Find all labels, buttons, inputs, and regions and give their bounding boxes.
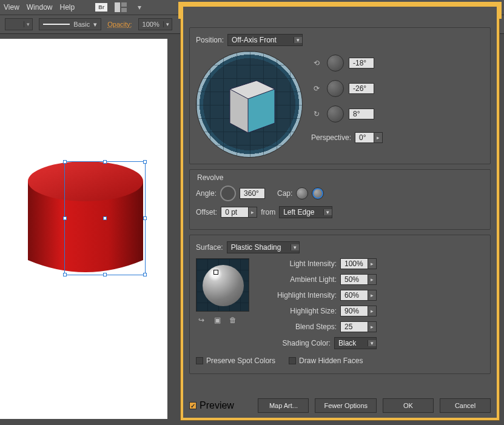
- handle-icon[interactable]: [143, 160, 147, 164]
- svg-rect-1: [121, 2, 127, 7]
- stepper-icon[interactable]: ▸: [374, 132, 383, 143]
- revolve-angle-field[interactable]: 360°: [240, 188, 265, 199]
- cube-icon: [223, 75, 281, 138]
- position-preset-dropdown[interactable]: Off-Axis Front ▾: [227, 34, 303, 46]
- position-preset-value: Off-Axis Front: [228, 36, 294, 44]
- opacity-field[interactable]: 100% ▾: [138, 18, 172, 30]
- shading-color-dropdown[interactable]: Black▾: [334, 337, 377, 349]
- cancel-button[interactable]: Cancel: [440, 398, 491, 413]
- offset-from-dropdown[interactable]: Left Edge▾: [279, 206, 332, 218]
- opacity-label[interactable]: Opacity:: [107, 21, 132, 28]
- rotate-x-icon: ⟲: [311, 58, 322, 69]
- light-preview[interactable]: [196, 258, 249, 312]
- handle-icon[interactable]: [143, 216, 147, 220]
- move-light-back-icon[interactable]: ↪: [196, 315, 207, 325]
- opacity-value: 100%: [139, 21, 163, 28]
- stroke-weight-dropdown[interactable]: ▾: [5, 18, 33, 30]
- handle-icon[interactable]: [63, 273, 67, 276]
- selection-bounding-box[interactable]: [64, 161, 146, 275]
- rotate-z-field[interactable]: 8°: [349, 109, 374, 119]
- rotate-x-field[interactable]: -18°: [349, 58, 374, 69]
- revolve-angle-knob[interactable]: [220, 186, 236, 201]
- preserve-spot-checkbox[interactable]: Preserve Spot Colors: [196, 356, 275, 365]
- dialog-button-row: ✓Preview Map Art... Fewer Options OK Can…: [183, 395, 497, 418]
- surface-label: Surface:: [196, 243, 223, 252]
- menu-window[interactable]: Window: [27, 3, 53, 12]
- arrange-documents-icon[interactable]: [115, 2, 127, 12]
- cap-on-button[interactable]: [296, 187, 308, 199]
- surface-group: Surface: Plastic Shading▾ ↪ ▣: [189, 235, 491, 374]
- revolve-title: Revolve: [197, 173, 484, 182]
- cap-off-button[interactable]: [312, 187, 324, 199]
- handle-icon[interactable]: [63, 216, 67, 220]
- light-intensity-label: Light Intensity:: [264, 259, 337, 268]
- stepper-icon[interactable]: ▸: [249, 207, 257, 218]
- handle-icon[interactable]: [103, 216, 107, 220]
- svg-rect-2: [121, 8, 127, 12]
- blend-steps-field[interactable]: 25▸: [340, 321, 377, 332]
- new-light-icon[interactable]: ▣: [212, 315, 223, 325]
- highlight-intensity-label: Highlight Intensity:: [264, 291, 337, 300]
- cap-label: Cap:: [277, 189, 292, 198]
- rotate-y-icon: ⟳: [311, 83, 322, 94]
- position-group: Position: Off-Axis Front ▾: [189, 27, 491, 164]
- revolve-group: Revolve Angle: 360° Cap: Offset: 0 pt ▸: [189, 169, 491, 230]
- highlight-size-field[interactable]: 90%▸: [340, 306, 377, 316]
- ambient-light-label: Ambient Light:: [264, 275, 337, 284]
- menu-view[interactable]: View: [4, 3, 19, 12]
- light-handle-icon[interactable]: [213, 270, 218, 275]
- preview-checkbox[interactable]: ✓Preview: [189, 400, 234, 411]
- offset-label: Offset:: [196, 208, 217, 216]
- ok-button[interactable]: OK: [383, 398, 434, 413]
- highlight-intensity-field[interactable]: 60%▸: [340, 290, 377, 301]
- menu-help[interactable]: Help: [59, 3, 75, 12]
- sphere-icon: [203, 265, 244, 306]
- stroke-line-icon: [43, 24, 70, 25]
- rotate-z-knob[interactable]: [327, 105, 344, 122]
- rotate-y-knob[interactable]: [327, 80, 344, 97]
- shading-color-label: Shading Color:: [258, 339, 331, 347]
- surface-preset-dropdown[interactable]: Plastic Shading▾: [227, 241, 300, 253]
- angle-label: Angle:: [196, 189, 217, 198]
- position-label: Position:: [196, 36, 224, 44]
- handle-icon[interactable]: [103, 160, 107, 164]
- highlight-size-label: Highlight Size:: [264, 307, 337, 315]
- stroke-profile-label: Basic: [73, 21, 90, 28]
- canvas[interactable]: [0, 39, 167, 419]
- rotate-x-knob[interactable]: [327, 55, 344, 72]
- offset-field[interactable]: 0 pt ▸: [221, 207, 257, 218]
- ambient-light-field[interactable]: 50%▸: [340, 274, 377, 285]
- fewer-options-button[interactable]: Fewer Options: [315, 398, 377, 413]
- map-art-button[interactable]: Map Art...: [258, 398, 309, 413]
- rotate-z-icon: ↻: [311, 109, 322, 119]
- 3d-revolve-dialog: 3D Revolve Options Position: Off-Axis Fr…: [180, 4, 500, 421]
- delete-light-icon[interactable]: 🗑: [227, 315, 238, 325]
- rotate-y-field[interactable]: -26°: [349, 83, 374, 94]
- perspective-label: Perspective:: [311, 133, 351, 142]
- handle-icon[interactable]: [103, 273, 107, 276]
- blend-steps-label: Blend Steps:: [264, 323, 337, 331]
- arrange-dropdown-icon[interactable]: ▾: [134, 2, 145, 13]
- draw-hidden-checkbox[interactable]: Draw Hidden Faces: [289, 356, 363, 365]
- bridge-icon[interactable]: Br: [95, 3, 107, 12]
- handle-icon[interactable]: [63, 160, 67, 164]
- rotation-cube-preview[interactable]: [196, 51, 303, 158]
- handle-icon[interactable]: [143, 273, 147, 276]
- stroke-profile-dropdown[interactable]: Basic ▾: [39, 18, 101, 30]
- perspective-field[interactable]: 0° ▸: [355, 132, 383, 143]
- light-intensity-field[interactable]: 100%▸: [340, 258, 377, 269]
- svg-rect-0: [115, 2, 120, 12]
- from-label: from: [261, 208, 275, 216]
